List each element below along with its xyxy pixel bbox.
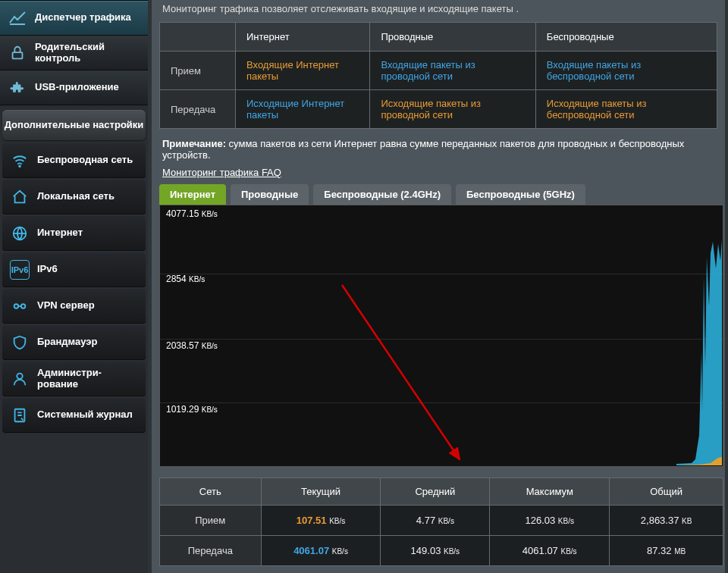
user-icon [10,369,30,389]
stats-cell-avg: 4.77 KB/s [381,506,490,536]
stats-cell-current: 107.51 KB/s [261,506,381,536]
note-label: Примечание: [162,138,226,149]
sidebar-item-wireless[interactable]: Беспроводная сеть [2,143,146,178]
y-tick-3: 2854 KB/s [166,274,205,284]
lock-icon [8,43,27,63]
sidebar-item-vpn[interactable]: VPN сервер [2,289,146,324]
stats-th-max: Максимум [490,478,610,506]
home-icon [10,187,30,207]
dir-th-internet: Интернет [236,23,370,52]
note-text: Примечание: сумма пакетов из сети Интерн… [155,135,722,164]
log-icon [10,405,30,425]
stats-cell-total: 2,863.37 KB [610,506,723,536]
tab-wireless24[interactable]: Беспроводные (2.4GHz) [313,184,451,205]
traffic-tabs: Интернет Проводные Беспроводные (2.4GHz)… [155,184,722,205]
dir-th-wireless: Беспроводные [535,23,717,52]
traffic-icon [8,8,27,28]
shield-icon [10,333,30,352]
svg-point-4 [21,304,26,308]
sidebar-item-wan[interactable]: Интернет [2,216,146,251]
y-tick-1: 1019.29 KB/s [166,404,218,415]
sidebar-item-syslog[interactable]: Системный журнал [2,398,146,433]
sidebar-item-label: USB-приложение [35,82,119,93]
stats-th-net: Сеть [160,478,262,506]
stats-th-cur: Текущий [261,478,381,506]
stats-cell-max: 4061.07 KB/s [490,536,610,566]
dir-row-receive: Прием Входящие Интернет пакеты Входящие … [160,52,717,90]
link-incoming-wired[interactable]: Входящие пакеты из проводной сети [381,59,475,82]
svg-line-7 [342,285,460,459]
advanced-menu: Беспроводная сеть Локальная сеть Интерне… [0,143,148,433]
main-panel: Мониторинг трафика позволяет отслеживать… [152,0,725,573]
globe-icon [10,224,30,243]
sidebar-item-label: Администри- рование [37,368,102,390]
y-tick-2: 2038.57 KB/s [166,340,218,351]
traffic-chart-area [676,238,722,465]
faq-link[interactable]: Мониторинг трафика FAQ [162,167,281,178]
sidebar-item-ipv6[interactable]: IPv6 IPv6 [2,252,146,287]
stats-cell-avg: 149.03 KB/s [381,536,490,566]
svg-rect-0 [13,52,23,58]
stats-cell-current: 4061.07 KB/s [261,536,381,566]
traffic-chart: 4077.15 KB/s 2854 KB/s 2038.57 KB/s 1019… [159,205,723,467]
dir-th-blank [160,23,236,52]
sidebar-item-label: Интернет [37,227,83,238]
stats-row-transmit: Передача 4061.07 KB/s 149.03 KB/s 4061.0… [160,536,723,566]
dir-row-transmit: Передача Исходящие Интернет пакеты Исход… [160,90,717,129]
svg-point-3 [14,304,19,308]
dir-th-wired: Проводные [370,23,535,52]
sidebar-item-label: Брандмауэр [37,337,97,347]
dir-row-head: Передача [160,90,236,129]
svg-point-1 [19,165,20,167]
y-tick-4: 4077.15 KB/s [166,208,218,219]
tab-wireless5[interactable]: Беспроводные (5GHz) [456,184,585,205]
stats-cell-total: 87.32 MB [610,536,723,566]
sidebar-item-label: Родительский контроль [35,42,148,64]
svg-point-5 [17,373,22,378]
link-outgoing-internet[interactable]: Исходящие Интернет пакеты [246,98,344,121]
puzzle-icon [8,78,27,98]
dir-row-head: Прием [160,52,236,90]
link-incoming-internet[interactable]: Входящие Интернет пакеты [246,59,339,82]
note-body: сумма пакетов из сети Интернет равна сум… [162,138,684,161]
sidebar-item-label: Системный журнал [37,409,133,420]
packet-direction-table: Интернет Проводные Беспроводные Прием Вх… [159,22,717,129]
vpn-icon [10,296,30,316]
link-outgoing-wireless[interactable]: Исходящие пакеты из беспроводной сети [547,98,647,121]
link-incoming-wireless[interactable]: Входящие пакеты из беспроводной сети [547,59,641,82]
sidebar-item-usb-app[interactable]: USB-приложение [0,70,148,105]
intro-text: Мониторинг трафика позволяет отслеживать… [155,0,722,19]
sidebar-item-parental-control[interactable]: Родительский контроль [0,36,148,70]
advanced-settings-title: Дополнительные настройки [2,110,146,140]
ipv6-icon: IPv6 [10,260,30,280]
stats-th-avg: Средний [381,478,490,506]
stats-cell-max: 126.03 KB/s [490,506,610,536]
stats-row-head: Прием [160,506,262,536]
sidebar-item-admin[interactable]: Администри- рование [2,362,146,396]
stats-row-head: Передача [160,536,262,566]
annotation-arrow [334,281,471,463]
tab-wired[interactable]: Проводные [231,184,309,205]
stats-th-total: Общий [610,478,723,506]
sidebar: Диспетчер трафика Родительский контроль … [0,0,148,573]
wifi-icon [10,151,30,171]
link-outgoing-wired[interactable]: Исходящие пакеты из проводной сети [381,98,481,121]
traffic-stats-table: Сеть Текущий Средний Максимум Общий Прие… [159,478,723,566]
sidebar-item-firewall[interactable]: Брандмауэр [2,325,146,360]
sidebar-item-label: Диспетчер трафика [35,12,131,23]
main-menu: Диспетчер трафика Родительский контроль … [0,0,148,105]
sidebar-item-label: IPv6 [37,264,58,274]
sidebar-item-label: Локальная сеть [37,191,115,202]
stats-row-receive: Прием 107.51 KB/s 4.77 KB/s 126.03 KB/s … [160,506,723,536]
sidebar-item-lan[interactable]: Локальная сеть [2,180,146,214]
sidebar-item-label: VPN сервер [37,300,95,311]
sidebar-item-traffic-manager[interactable]: Диспетчер трафика [0,1,148,36]
sidebar-item-label: Беспроводная сеть [37,155,133,165]
tab-internet[interactable]: Интернет [159,184,226,205]
